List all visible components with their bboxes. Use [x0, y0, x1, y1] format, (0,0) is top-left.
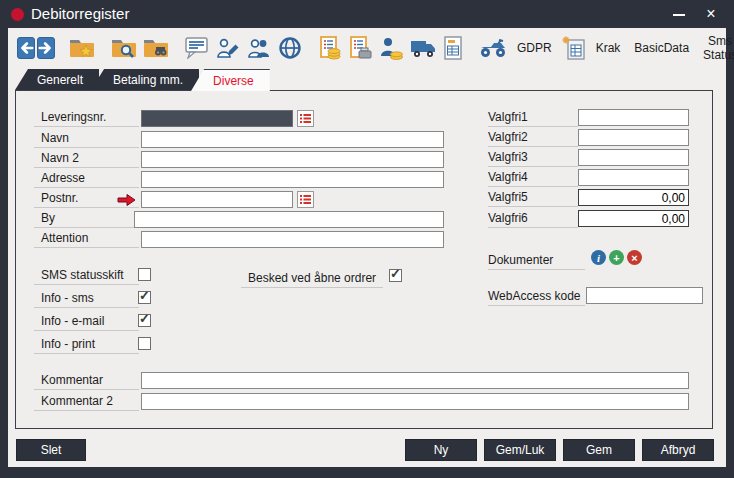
list-printer-icon: [348, 36, 372, 60]
info-print-label: Info - print: [34, 337, 139, 354]
check-icon: ✓: [139, 311, 150, 326]
dokument-delete-button[interactable]: ×: [627, 250, 642, 265]
gdpr-button[interactable]: [476, 33, 510, 63]
leveringsnr-lookup-button[interactable]: [297, 110, 314, 127]
red-list-icon: [300, 194, 311, 205]
gem-luk-button[interactable]: Gem/Luk: [484, 439, 556, 461]
folder-magnifier-icon: [111, 37, 137, 59]
sms-status-button[interactable]: Sms Status: [696, 33, 734, 63]
forward-button[interactable]: [37, 37, 55, 59]
title-bar: Debitorregister ×: [0, 0, 734, 28]
valgfri5-label: Valgfri5: [488, 190, 578, 207]
slet-button[interactable]: Slet: [16, 439, 86, 461]
gdpr-label-button[interactable]: GDPR: [510, 33, 559, 63]
dokument-info-button[interactable]: i: [591, 250, 606, 265]
info-sms-checkbox[interactable]: ✓: [138, 291, 151, 304]
valgfri6-input[interactable]: [578, 210, 689, 227]
info-icon: i: [597, 252, 600, 264]
navn-label: Navn: [34, 131, 139, 148]
valgfri2-input[interactable]: [578, 129, 689, 146]
tab-label: Generelt: [37, 73, 83, 87]
navn-input[interactable]: [141, 131, 444, 148]
attention-label: Attention: [34, 231, 139, 248]
diverse-tab-panel: Leveringsnr. Navn Navn 2 Adresse Postnr.…: [15, 90, 713, 429]
leveringsnr-label: Leveringsnr.: [34, 110, 139, 127]
back-button[interactable]: [17, 37, 35, 59]
check-icon: ✓: [390, 266, 401, 281]
notes-button[interactable]: [182, 33, 212, 63]
valgfri5-input[interactable]: [578, 189, 689, 206]
delete-icon: ×: [631, 252, 637, 264]
krak-button[interactable]: [559, 33, 589, 63]
sms-statusskift-label: SMS statusskift: [34, 268, 139, 285]
edit-customer-button[interactable]: [212, 33, 243, 63]
kommentar-input[interactable]: [141, 372, 689, 389]
customer-balance-button[interactable]: [375, 33, 407, 63]
afbryd-button[interactable]: Afbryd: [642, 439, 714, 461]
kommentar2-input[interactable]: [141, 393, 689, 410]
basicdata-button[interactable]: BasicData: [627, 33, 696, 63]
statement-coins-button[interactable]: [315, 33, 345, 63]
user-coins-icon: [378, 36, 404, 60]
gem-button[interactable]: Gem: [563, 439, 635, 461]
info-print-checkbox[interactable]: [138, 337, 151, 350]
debitorregister-window: Debitorregister ×: [0, 0, 734, 478]
speech-bubble-icon: [185, 37, 209, 59]
valgfri4-input[interactable]: [578, 169, 689, 186]
krak-label-button[interactable]: Krak: [589, 33, 628, 63]
dokumenter-label: Dokumenter: [488, 253, 585, 270]
sms-statusskift-checkbox[interactable]: [138, 268, 151, 281]
valgfri1-input[interactable]: [578, 109, 689, 126]
tab-betaling[interactable]: Betaling mm.: [91, 69, 199, 90]
arrow-right-icon: [38, 40, 54, 56]
red-list-icon: [300, 113, 311, 124]
plus-icon: +: [613, 252, 619, 264]
search-folder-button[interactable]: [108, 33, 140, 63]
navn2-label: Navn 2: [34, 151, 139, 168]
info-sms-label: Info - sms: [34, 291, 139, 308]
delivery-button[interactable]: [407, 33, 440, 63]
postnr-pointer-icon: [117, 193, 136, 211]
webaccess-label: WebAccess kode: [488, 289, 585, 306]
invoice-document-icon: [443, 36, 463, 60]
minimize-button[interactable]: [664, 0, 694, 28]
invoice-button[interactable]: [440, 33, 466, 63]
document-sparkle-icon: [562, 36, 586, 60]
navn2-input[interactable]: [141, 151, 444, 168]
adresse-input[interactable]: [141, 171, 444, 188]
close-icon: ×: [706, 5, 715, 22]
check-icon: ✓: [139, 288, 150, 303]
postnr-input[interactable]: [141, 191, 293, 208]
statement-print-button[interactable]: [345, 33, 375, 63]
toolbar: GDPR Krak BasicData Sms Status: [8, 28, 726, 68]
truck-icon: [410, 37, 437, 59]
find-folder-button[interactable]: [140, 33, 172, 63]
tab-diverse[interactable]: Diverse: [191, 69, 270, 91]
folder-binoculars-icon: [143, 37, 169, 59]
leveringsnr-input[interactable]: [141, 110, 293, 127]
favorites-folder-button[interactable]: [66, 33, 98, 63]
info-email-checkbox[interactable]: ✓: [138, 314, 151, 327]
valgfri4-label: Valgfri4: [488, 170, 578, 187]
attention-input[interactable]: [141, 231, 444, 248]
valgfri3-input[interactable]: [578, 149, 689, 166]
arrow-left-icon: [18, 40, 34, 56]
close-button[interactable]: ×: [696, 0, 726, 28]
kommentar2-label: Kommentar 2: [34, 394, 139, 411]
customers-button[interactable]: [243, 33, 275, 63]
postnr-lookup-button[interactable]: [297, 191, 314, 208]
ny-button[interactable]: Ny: [405, 439, 477, 461]
tab-generelt[interactable]: Generelt: [15, 69, 99, 90]
valgfri1-label: Valgfri1: [488, 110, 578, 127]
minimize-icon: [673, 14, 685, 16]
by-label: By: [34, 211, 139, 228]
valgfri2-label: Valgfri2: [488, 130, 578, 147]
web-button[interactable]: [275, 33, 305, 63]
dokument-add-button[interactable]: +: [609, 250, 624, 265]
besked-checkbox[interactable]: ✓: [389, 269, 402, 282]
tab-label: Diverse: [213, 74, 254, 88]
webaccess-input[interactable]: [586, 287, 703, 304]
atv-vehicle-icon: [479, 37, 507, 59]
window-content: GDPR Krak BasicData Sms Status Generelt …: [8, 28, 726, 467]
by-input[interactable]: [134, 211, 444, 228]
